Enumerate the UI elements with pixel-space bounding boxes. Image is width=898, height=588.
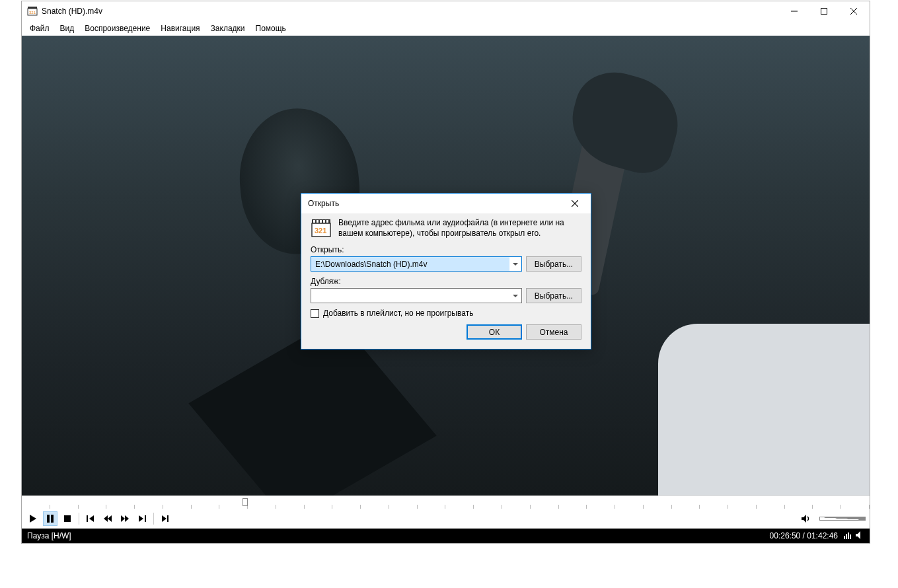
volume-slider[interactable]: [819, 517, 866, 521]
chevron-down-icon[interactable]: [509, 257, 521, 271]
pause-button[interactable]: [43, 511, 57, 526]
svg-rect-16: [313, 220, 315, 223]
dub-path-combo[interactable]: [311, 288, 522, 303]
menu-help[interactable]: Помощь: [250, 22, 291, 34]
open-path-value: E:\Downloads\Snatch (HD).m4v: [311, 257, 509, 271]
status-icons: [843, 531, 864, 542]
open-dialog: Открыть 321 Введите адрес фильма или ауд…: [301, 193, 591, 349]
svg-rect-10: [844, 536, 845, 539]
ok-button[interactable]: ОК: [467, 324, 522, 340]
maximize-button[interactable]: [809, 2, 839, 21]
dub-label: Дубляж:: [311, 277, 581, 286]
add-to-playlist-checkbox[interactable]: Добавить в плейлист, но не проигрывать: [311, 309, 581, 318]
open-browse-button[interactable]: Выбрать...: [526, 256, 581, 272]
controls: [22, 509, 870, 529]
svg-rect-11: [846, 534, 847, 539]
menu-file[interactable]: Файл: [24, 22, 55, 34]
open-label: Открыть:: [311, 245, 581, 254]
open-path-combo[interactable]: E:\Downloads\Snatch (HD).m4v: [311, 256, 522, 272]
rewind-button[interactable]: [100, 511, 115, 526]
dialog-description: Введите адрес фильма или аудиофайла (в и…: [338, 217, 581, 239]
svg-rect-18: [320, 220, 322, 223]
svg-rect-17: [317, 220, 318, 223]
svg-rect-19: [323, 220, 325, 223]
svg-text:321: 321: [315, 227, 326, 235]
mute-icon[interactable]: [855, 531, 864, 542]
svg-rect-12: [848, 533, 849, 539]
menubar: Файл Вид Воспроизведение Навигация Закла…: [22, 21, 870, 36]
checkbox-label: Добавить в плейлист, но не проигрывать: [323, 309, 473, 318]
menu-navigation[interactable]: Навигация: [155, 22, 205, 34]
dialog-close-button[interactable]: [562, 194, 588, 213]
dialog-body: 321 Введите адрес фильма или аудиофайла …: [301, 213, 591, 349]
app-icon: 321: [27, 6, 38, 17]
frame-step-button[interactable]: [158, 511, 172, 526]
checkbox-box: [311, 309, 319, 318]
chevron-down-icon[interactable]: [509, 289, 521, 303]
svg-text:321: 321: [29, 11, 36, 15]
stop-button[interactable]: [60, 511, 75, 526]
close-button[interactable]: [839, 2, 868, 21]
svg-rect-9: [167, 515, 168, 522]
eq-icon[interactable]: [843, 531, 852, 542]
dialog-title: Открыть: [308, 199, 562, 208]
dub-path-value: [311, 289, 509, 303]
seekbar-thumb[interactable]: [243, 498, 248, 506]
svg-rect-20: [326, 220, 328, 223]
statusbar: Пауза [H/W] 00:26:50 / 01:42:46: [22, 529, 870, 543]
seekbar-ticks: [22, 496, 870, 509]
svg-rect-5: [51, 515, 54, 523]
svg-rect-8: [145, 515, 146, 522]
seekbar[interactable]: [22, 496, 870, 509]
cancel-button[interactable]: Отмена: [526, 324, 581, 340]
minimize-button[interactable]: [779, 2, 809, 21]
volume-icon[interactable]: [798, 511, 813, 526]
titlebar: 321 Snatch (HD).m4v: [22, 1, 870, 21]
prev-button[interactable]: [83, 511, 98, 526]
svg-rect-4: [47, 515, 50, 523]
play-button[interactable]: [26, 511, 40, 526]
dub-browse-button[interactable]: Выбрать...: [526, 288, 581, 303]
menu-bookmarks[interactable]: Закладки: [206, 22, 250, 34]
window-title: Snatch (HD).m4v: [42, 7, 779, 16]
status-state: Пауза [H/W]: [27, 531, 71, 540]
svg-rect-3: [821, 9, 827, 15]
menu-view[interactable]: Вид: [55, 22, 80, 34]
next-button[interactable]: [135, 511, 149, 526]
forward-button[interactable]: [118, 511, 132, 526]
dialog-app-icon: 321: [311, 217, 332, 239]
menu-playback[interactable]: Воспроизведение: [79, 22, 155, 34]
svg-rect-13: [850, 534, 851, 539]
svg-rect-1: [28, 7, 37, 9]
dialog-titlebar: Открыть: [301, 194, 591, 213]
svg-rect-6: [64, 515, 71, 522]
status-time: 00:26:50 / 01:42:46: [770, 531, 838, 540]
